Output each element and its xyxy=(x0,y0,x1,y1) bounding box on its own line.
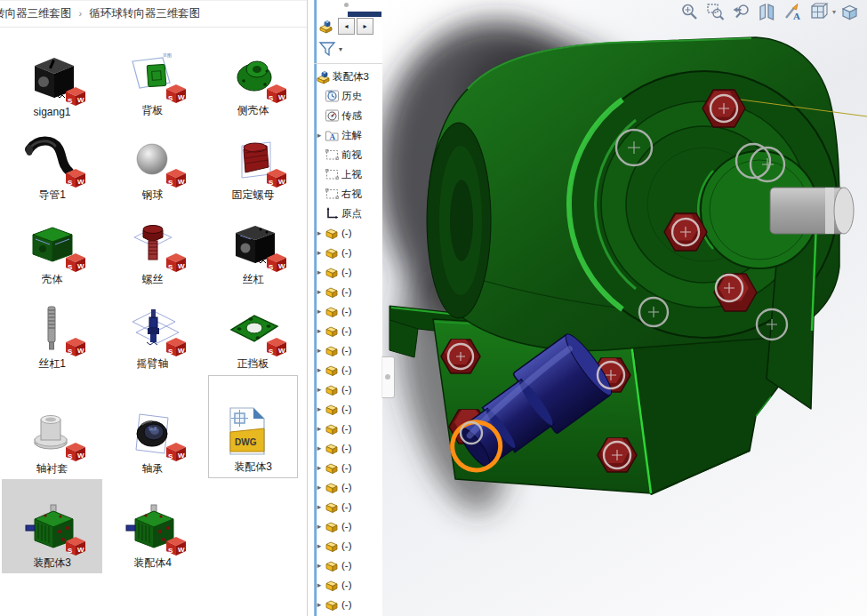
zoom-to-area-button[interactable] xyxy=(705,2,726,22)
tree-item-plane-5[interactable]: 上视 xyxy=(314,164,382,184)
tree-item-part-19[interactable]: ▸(-) xyxy=(314,438,382,458)
tree-item-part-16[interactable]: ▸(-) xyxy=(314,380,382,399)
history-icon xyxy=(325,89,340,103)
expand-arrow-icon[interactable]: ▸ xyxy=(314,326,325,335)
panel-splitter[interactable] xyxy=(308,0,314,616)
output-shaft[interactable] xyxy=(770,188,854,234)
tree-item-plane-6[interactable]: 右视 xyxy=(314,184,382,204)
expand-arrow-icon[interactable]: ▸ xyxy=(314,444,325,452)
previous-view-button[interactable] xyxy=(731,2,751,22)
tree-item-part-20[interactable]: ▸(-) xyxy=(314,458,382,477)
file-item-轴衬套[interactable]: SW轴衬套 xyxy=(2,374,102,479)
file-item-丝杠1[interactable]: SW丝杠1 xyxy=(2,290,102,374)
file-item-钢球[interactable]: SW钢球 xyxy=(102,121,203,205)
tree-item-label: (-) xyxy=(341,482,352,492)
filter-caret-icon[interactable]: ▾ xyxy=(339,45,342,53)
graphics-viewport[interactable]: A▾ xyxy=(382,0,867,616)
expand-arrow-icon[interactable]: ▸ xyxy=(314,307,325,316)
file-item-导管1[interactable]: SW导管1 xyxy=(2,121,102,205)
tab-scroll-right-button[interactable]: ▸ xyxy=(357,18,373,35)
expand-arrow-icon[interactable]: ▸ xyxy=(314,346,325,355)
expand-arrow-icon[interactable]: ▸ xyxy=(314,365,325,374)
solidworks-badge-icon: SW xyxy=(265,167,288,188)
file-item-侧壳体[interactable]: SW侧壳体 xyxy=(203,28,303,121)
splitter-handle-dot[interactable] xyxy=(344,3,349,7)
svg-text:S: S xyxy=(168,452,173,460)
tree-item-history-1[interactable]: 历史 xyxy=(314,86,382,106)
part-icon xyxy=(325,304,340,318)
view-orientation-caret-icon[interactable]: ▾ xyxy=(832,8,836,16)
tree-item-label: (-) xyxy=(341,306,352,316)
expand-arrow-icon[interactable]: ▸ xyxy=(314,522,325,531)
expand-arrow-icon[interactable]: ▸ xyxy=(314,404,325,413)
file-item-螺丝[interactable]: SW螺丝 xyxy=(102,205,203,290)
view-orientation-button[interactable] xyxy=(808,2,829,22)
expand-arrow-icon[interactable]: ▸ xyxy=(314,228,325,237)
file-item-装配体3[interactable]: SW装配体3 xyxy=(2,479,102,573)
file-item-轴承[interactable]: 轴承SW轴承 xyxy=(102,374,203,479)
hide-show-items-button[interactable]: A xyxy=(783,2,803,22)
tree-item-root[interactable]: 装配体3 xyxy=(314,67,382,86)
tree-item-origin-7[interactable]: 原点 xyxy=(314,204,382,223)
tree-item-part-25[interactable]: ▸(-) xyxy=(314,556,382,575)
tree-item-part-21[interactable]: ▸(-) xyxy=(314,477,382,497)
filter-funnel-icon[interactable] xyxy=(317,39,337,59)
expand-arrow-icon[interactable]: ▸ xyxy=(314,502,325,511)
zoom-to-fit-button[interactable] xyxy=(679,2,700,22)
tree-item-sensors-2[interactable]: 传感 xyxy=(314,106,382,125)
expand-arrow-icon[interactable]: ▸ xyxy=(314,248,325,257)
file-item-壳体[interactable]: SW壳体 xyxy=(2,205,102,290)
file-item-背板[interactable]: 草图SW背板 xyxy=(102,28,203,121)
tree-item-part-10[interactable]: ▸(-) xyxy=(314,262,382,282)
svg-text:W: W xyxy=(178,452,185,460)
tree-item-part-27[interactable]: ▸(-) xyxy=(314,595,382,614)
viewport-canvas[interactable] xyxy=(382,0,867,616)
tree-item-part-11[interactable]: ▸(-) xyxy=(314,282,382,301)
file-item-正挡板[interactable]: SW正挡板 xyxy=(203,290,303,374)
file-item-摇臂轴[interactable]: SW摇臂轴 xyxy=(102,290,203,374)
expand-arrow-icon[interactable]: ▸ xyxy=(314,287,325,296)
tree-item-annotations-3[interactable]: ▸A注解 xyxy=(314,125,382,145)
expand-arrow-icon[interactable]: ▸ xyxy=(314,600,325,609)
tree-item-part-18[interactable]: ▸(-) xyxy=(314,419,382,438)
tree-item-plane-4[interactable]: 前视 xyxy=(314,145,382,164)
panel-collapse-tab[interactable] xyxy=(381,356,395,398)
tree-item-label: 原点 xyxy=(341,207,362,220)
tree-item-part-23[interactable]: ▸(-) xyxy=(314,516,382,536)
expand-arrow-icon[interactable]: ▸ xyxy=(314,268,325,276)
expand-arrow-icon[interactable]: ▸ xyxy=(314,580,325,589)
expand-arrow-icon[interactable]: ▸ xyxy=(314,385,325,394)
section-view-button[interactable] xyxy=(757,2,777,22)
tree-item-part-12[interactable]: ▸(-) xyxy=(314,301,382,321)
file-item-装配体3[interactable]: DWG装配体3 xyxy=(208,375,298,478)
tab-scroll-left-button[interactable]: ◂ xyxy=(338,18,355,35)
expand-arrow-icon[interactable]: ▸ xyxy=(314,561,325,570)
file-item-固定螺母[interactable]: SW固定螺母 xyxy=(203,121,303,205)
svg-text:W: W xyxy=(278,178,285,186)
tree-item-part-14[interactable]: ▸(-) xyxy=(314,340,382,360)
expand-arrow-icon[interactable]: ▸ xyxy=(314,541,325,550)
expand-arrow-icon[interactable]: ▸ xyxy=(314,483,325,492)
tree-item-part-17[interactable]: ▸(-) xyxy=(314,399,382,419)
file-item-丝杠[interactable]: SW丝杠 xyxy=(203,205,303,290)
svg-text:W: W xyxy=(178,347,185,355)
tree-item-part-15[interactable]: ▸(-) xyxy=(314,360,382,380)
assembly-tab-icon[interactable] xyxy=(318,19,336,35)
file-item-sigang1[interactable]: SWsigang1 xyxy=(2,28,102,121)
tree-item-part-9[interactable]: ▸(-) xyxy=(314,243,382,262)
tree-item-part-24[interactable]: ▸(-) xyxy=(314,536,382,556)
file-item-装配体4[interactable]: SW装配体4 xyxy=(102,479,203,573)
tree-item-part-13[interactable]: ▸(-) xyxy=(314,321,382,340)
display-style-button[interactable] xyxy=(839,2,860,22)
breadcrumb: 转向器三维套图›循环球转向器三维套图 xyxy=(0,0,307,28)
expand-arrow-icon[interactable]: ▸ xyxy=(314,463,325,472)
svg-text:A: A xyxy=(793,11,800,21)
tree-item-part-26[interactable]: ▸(-) xyxy=(314,575,382,595)
expand-arrow-icon[interactable]: ▸ xyxy=(314,131,325,140)
file-item-label: 螺丝 xyxy=(142,272,164,287)
breadcrumb-item-parent[interactable]: 转向器三维套图 xyxy=(0,7,72,20)
expand-arrow-icon[interactable]: ▸ xyxy=(314,424,325,433)
tree-item-part-22[interactable]: ▸(-) xyxy=(314,497,382,516)
breadcrumb-item-current[interactable]: 循环球转向器三维套图 xyxy=(89,7,200,20)
tree-item-part-8[interactable]: ▸(-) xyxy=(314,223,382,243)
